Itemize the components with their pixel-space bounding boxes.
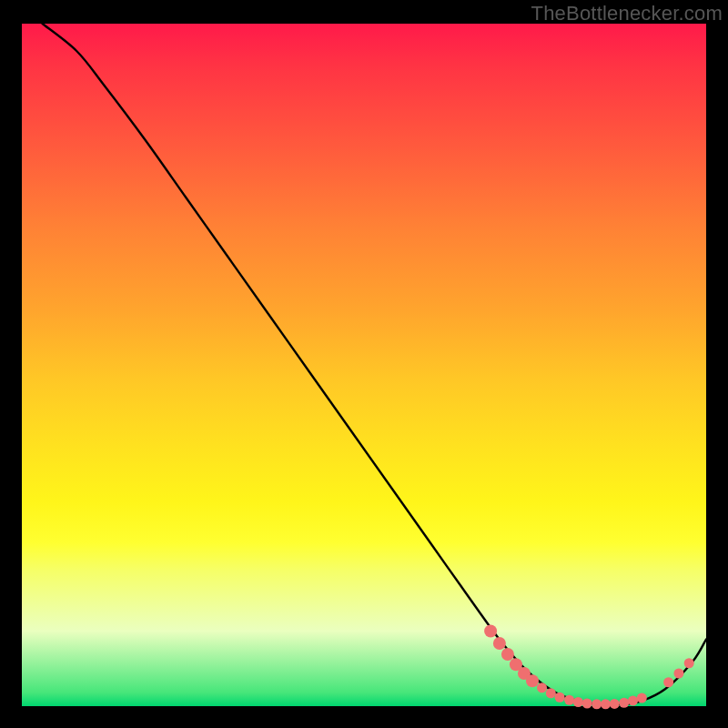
marker-dot <box>601 699 611 709</box>
marker-dot <box>484 625 497 638</box>
marker-dot <box>501 648 514 661</box>
bottleneck-curve <box>43 24 706 705</box>
marker-dot <box>493 637 506 650</box>
marker-dot <box>637 693 647 703</box>
marker-dot <box>582 699 592 709</box>
marker-dot <box>673 669 683 679</box>
marker-dot <box>592 699 602 709</box>
marker-dot <box>555 693 565 703</box>
chart-svg <box>22 24 706 706</box>
marker-dot <box>610 699 620 709</box>
marker-dot <box>564 695 574 705</box>
marker-dot <box>619 698 629 708</box>
marker-dot <box>573 697 583 707</box>
marker-group <box>484 625 694 710</box>
marker-dot <box>663 677 673 687</box>
marker-dot <box>628 696 638 706</box>
marker-dot <box>537 682 547 693</box>
chart-frame: TheBottlenecker.com <box>0 0 728 728</box>
watermark-text: TheBottlenecker.com <box>531 2 723 25</box>
marker-dot <box>546 688 556 698</box>
marker-dot <box>526 674 539 687</box>
marker-dot <box>684 658 694 668</box>
chart-plot-area <box>22 24 706 706</box>
